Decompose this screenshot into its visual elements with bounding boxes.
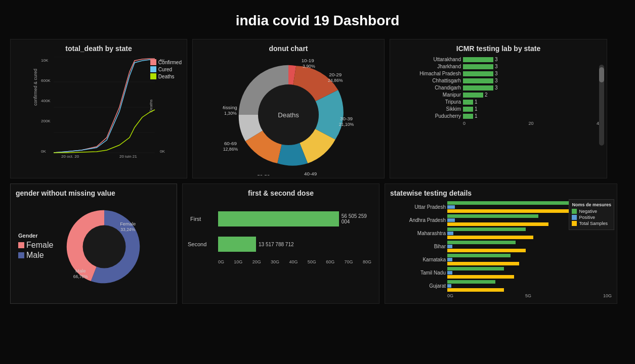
svg-text:50-59: 50-59 (257, 173, 270, 175)
svg-text:10-19: 10-19 (302, 58, 314, 63)
gender-area: Gender Female Male (16, 201, 172, 292)
table-row: Sikkim 1 (400, 106, 602, 112)
svg-text:Missing: Missing (223, 105, 237, 110)
icmr-scrollbar[interactable] (599, 65, 604, 146)
svg-text:Deaths: Deaths (149, 100, 153, 112)
icmr-bars: Uttarakhand 3 Jharkhand 3 Himachal Prade… (395, 57, 602, 119)
deaths-legend-label: Deaths (158, 74, 175, 79)
table-row: Himachal Pradesh 3 (400, 71, 602, 76)
first-dose-label: First (190, 216, 201, 222)
table-row: Chandigarh 3 (400, 85, 602, 90)
positive-legend-dot (572, 215, 577, 220)
svg-text:400K: 400K (41, 99, 51, 103)
dose-chart-box: first & second dose First 56 505 259 004… (182, 184, 379, 304)
table-row: Jharkhand 3 (400, 64, 602, 69)
svg-text:Male: Male (75, 268, 86, 274)
female-legend-item: Female (18, 241, 54, 250)
deaths-legend-dot (150, 73, 156, 79)
svg-text:1,30%: 1,30% (224, 111, 237, 116)
donut-chart-title: donut chart (198, 44, 379, 53)
table-row: Gujarat (390, 280, 612, 292)
dose-bars-container: First 56 505 259 004 Second 13 517 788 7… (188, 201, 374, 259)
svg-text:0K: 0K (41, 149, 46, 154)
positive-legend-item: Positive (572, 215, 611, 220)
svg-text:24,86%: 24,86% (328, 78, 343, 83)
line-chart-box: total_death by state confirmed & cured 1… (10, 39, 187, 178)
gender-legend: Gender Female Male (18, 233, 54, 261)
svg-text:Female: Female (120, 221, 136, 226)
donut-area: Deaths 10-19 3,90% 20-29 24,86% 30-39 21… (198, 57, 379, 173)
second-dose-bar (218, 237, 256, 252)
negative-legend-item: Negative (572, 209, 611, 214)
gender-chart-box: gender without missing value Gender Fema… (10, 184, 177, 304)
negative-legend-label: Negative (579, 209, 597, 214)
second-dose-value: 13 517 788 712 (259, 242, 294, 247)
svg-text:12,86%: 12,86% (223, 147, 238, 152)
total-samples-legend-label: Total Samples (579, 221, 608, 226)
svg-text:20-29: 20-29 (329, 72, 342, 77)
statewise-chart-title: statewise testing details (390, 189, 612, 197)
donut-chart-box: donut chart (192, 39, 385, 178)
first-dose-bar (218, 211, 339, 226)
donut-svg: Deaths 10-19 3,90% 20-29 24,86% 30-39 21… (223, 54, 354, 175)
table-row: Chhattisgarh 3 (400, 78, 602, 83)
svg-text:600K: 600K (41, 78, 51, 83)
first-dose-row: First 56 505 259 004 (218, 211, 371, 226)
male-legend-dot (18, 252, 24, 258)
statewise-x-labels: 0G 5G 10G (390, 293, 612, 298)
svg-text:20 oct. 20: 20 oct. 20 (61, 154, 79, 158)
icmr-chart-title: ICMR testing lab by state (395, 44, 602, 53)
second-dose-label: Second (188, 241, 206, 247)
table-row: Tamil Nadu (390, 267, 612, 279)
dose-chart-title: first & second dose (188, 189, 374, 197)
line-y-label: confirmed & cured (33, 69, 38, 106)
svg-text:3,90%: 3,90% (303, 64, 315, 69)
cured-legend-label: Cured (158, 67, 172, 72)
svg-text:21,10%: 21,10% (339, 122, 354, 127)
male-legend-label: Male (26, 251, 44, 260)
statewise-chart-box: statewise testing details Uttar Pradesh … (385, 184, 617, 304)
line-chart-title: total_death by state (16, 44, 182, 53)
svg-text:0K: 0K (160, 149, 165, 154)
svg-text:20 juin 21: 20 juin 21 (119, 154, 137, 158)
negative-legend-dot (572, 209, 577, 214)
charts-row-1: total_death by state confirmed & cured 1… (10, 39, 625, 178)
svg-text:Deaths: Deaths (278, 111, 299, 119)
table-row: Tripura 1 (400, 99, 602, 105)
cured-legend-dot (150, 66, 156, 72)
dashboard: india covid 19 Dashbord total_death by s… (0, 0, 635, 314)
dose-x-labels: 0G 10G 20G 30G 40G 50G 60G 70G 80G (188, 259, 374, 264)
total-samples-legend-item: Total Samples (572, 221, 611, 226)
svg-text:60-69: 60-69 (224, 141, 237, 146)
table-row: Uttarakhand 3 (400, 57, 602, 62)
positive-legend-label: Positive (579, 215, 595, 220)
second-dose-row: Second 13 517 788 712 (218, 237, 371, 252)
svg-text:200K: 200K (41, 119, 51, 123)
svg-text:40-49: 40-49 (304, 171, 317, 175)
male-legend-item: Male (18, 251, 54, 260)
svg-text:66,76%: 66,76% (73, 274, 88, 279)
total-samples-legend-dot (572, 221, 577, 226)
gender-chart-title: gender without missing value (16, 189, 172, 197)
svg-point-31 (83, 225, 126, 268)
female-legend-dot (18, 242, 24, 248)
svg-text:33,24%: 33,24% (120, 227, 135, 232)
svg-text:30-39: 30-39 (340, 116, 353, 121)
confirmed-legend-label: Confirmed (158, 60, 182, 65)
table-row: Karnataka (390, 254, 612, 265)
statewise-legend: Noms de mesures Negative Positive Total … (569, 199, 614, 230)
svg-text:10K: 10K (41, 58, 49, 63)
gender-donut-svg: Female 33,24% Male 66,76% (59, 204, 150, 290)
table-row: Puducherry 1 (400, 113, 602, 119)
table-row: Bihar (390, 241, 612, 252)
statewise-legend-title: Noms de mesures (572, 202, 611, 207)
female-legend-label: Female (26, 241, 53, 250)
charts-row-2: gender without missing value Gender Fema… (10, 184, 625, 304)
page-title: india covid 19 Dashbord (10, 5, 625, 39)
first-dose-value: 56 505 259 004 (342, 213, 371, 224)
icmr-scrollbar-thumb[interactable] (599, 67, 604, 82)
confirmed-legend-dot (150, 59, 156, 65)
table-row: Manipur 2 (400, 92, 602, 98)
line-chart-legend: Confirmed Cured Deaths (150, 59, 182, 80)
icmr-chart-box: ICMR testing lab by state Uttarakhand 3 … (390, 39, 607, 178)
